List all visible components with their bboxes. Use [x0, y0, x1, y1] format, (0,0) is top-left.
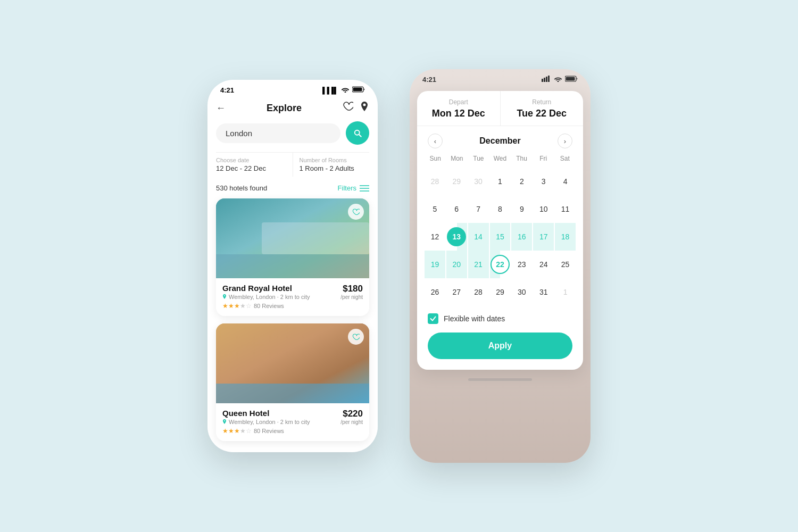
hotel-price-2: $220 /per night [340, 409, 363, 425]
calendar-day[interactable]: 15 [490, 223, 511, 251]
time-2: 4:21 [422, 76, 436, 84]
calendar-day[interactable]: 7 [468, 195, 489, 223]
battery-icon [352, 86, 365, 94]
day-number: 23 [512, 255, 531, 274]
calendar-day[interactable]: 31 [533, 278, 554, 306]
day-fri: Fri [533, 153, 554, 164]
day-number: 15 [491, 227, 510, 246]
back-button[interactable]: ← [216, 103, 226, 114]
next-month-button[interactable]: › [558, 134, 572, 148]
results-count: 530 hotels found [216, 184, 267, 192]
calendar-month: December [479, 136, 520, 146]
date-field[interactable]: Choose date 12 Dec - 22 Dec [216, 153, 293, 177]
price-per-1: /per night [340, 294, 363, 300]
calendar-day[interactable]: 5 [425, 195, 445, 223]
hotel-rating-2: ★★★★☆ 80 Reviews [222, 427, 310, 435]
calendar-day[interactable]: 2 [511, 168, 532, 195]
svg-rect-10 [566, 77, 575, 81]
battery-icon-2 [565, 76, 578, 84]
day-number: 31 [534, 282, 553, 302]
date-rooms-row: Choose date 12 Dec - 22 Dec Number of Ro… [216, 152, 369, 177]
calendar-day[interactable]: 28 [468, 278, 489, 306]
calendar-day[interactable]: 9 [511, 195, 532, 223]
date-value: 12 Dec - 22 Dec [216, 164, 286, 172]
search-button[interactable] [346, 121, 369, 145]
calendar-day[interactable]: 27 [446, 278, 467, 306]
calendar-week-4: 2627282930311 [425, 278, 576, 306]
apply-label: Apply [488, 341, 512, 350]
hotel-name-2: Queen Hotel [222, 409, 310, 418]
calendar-days: 2829301234567891011121314151617181920212… [425, 168, 576, 306]
hotel-location-text-1: Wembley, London · 2 km to city [229, 294, 310, 300]
nav-bar: ← Explore [207, 96, 378, 121]
filters-button[interactable]: Filters [338, 184, 369, 192]
day-number: 21 [469, 255, 488, 274]
calendar-day[interactable]: 21 [468, 251, 489, 278]
rooms-value: 1 Room - 2 Adults [300, 164, 370, 172]
calendar-day[interactable]: 12 [425, 223, 445, 251]
calendar-day[interactable]: 11 [555, 195, 576, 223]
hotel-info-1: Grand Royal Hotel Wembley, London · 2 km… [216, 278, 369, 316]
calendar-day[interactable]: 8 [490, 195, 511, 223]
calendar-day: 29 [446, 168, 467, 195]
day-number: 24 [534, 255, 553, 274]
day-number: 18 [556, 227, 575, 246]
hotel-location-2: Wembley, London · 2 km to city [222, 419, 310, 425]
day-number: 11 [556, 200, 575, 219]
svg-rect-7 [546, 77, 547, 82]
day-number: 26 [425, 282, 444, 302]
apply-button[interactable]: Apply [428, 332, 572, 359]
calendar-day[interactable]: 25 [555, 251, 576, 278]
calendar-day[interactable]: 20 [446, 251, 467, 278]
return-col[interactable]: Return Tue 22 Dec [501, 91, 584, 126]
calendar-day[interactable]: 24 [533, 251, 554, 278]
calendar-modal: Depart Mon 12 Dec Return Tue 22 Dec ‹ De… [417, 91, 583, 370]
fav-button-1[interactable] [348, 204, 364, 220]
calendar-day[interactable]: 23 [511, 251, 532, 278]
svg-rect-1 [353, 88, 362, 92]
calendar-day[interactable]: 10 [533, 195, 554, 223]
rooms-field[interactable]: Number of Rooms 1 Room - 2 Adults [293, 153, 370, 177]
heart-icon[interactable] [343, 102, 353, 115]
calendar-day[interactable]: 17 [533, 223, 554, 251]
rooms-label: Number of Rooms [300, 157, 370, 163]
calendar-day[interactable]: 16 [511, 223, 532, 251]
price-amount-2: $220 [340, 409, 363, 419]
calendar-day[interactable]: 29 [490, 278, 511, 306]
hotel-image-2 [216, 323, 369, 403]
search-input[interactable] [216, 123, 340, 143]
calendar-week-3: 19202122232425 [425, 251, 576, 278]
calendar-week-0: 2829301234 [425, 168, 576, 195]
hotel-card-2[interactable]: Queen Hotel Wembley, London · 2 km to ci… [216, 323, 369, 441]
calendar-day[interactable]: 18 [555, 223, 576, 251]
calendar-day[interactable]: 30 [511, 278, 532, 306]
day-number: 13 [447, 227, 466, 246]
calendar-week-2: 12131415161718 [425, 223, 576, 251]
status-icons-2 [542, 76, 578, 84]
wifi-icon [341, 86, 350, 94]
price-per-2: /per night [340, 419, 363, 425]
calendar-day[interactable]: 26 [425, 278, 445, 306]
calendar-day[interactable]: 1 [490, 168, 511, 195]
calendar-day[interactable]: 14 [468, 223, 489, 251]
calendar-day[interactable]: 22 [490, 251, 511, 278]
calendar-day[interactable]: 6 [446, 195, 467, 223]
phone-2: 4:21 [410, 69, 591, 463]
prev-month-button[interactable]: ‹ [428, 134, 443, 148]
flexible-checkbox[interactable] [428, 313, 438, 324]
day-number: 7 [469, 200, 488, 219]
calendar-day[interactable]: 13 [446, 223, 467, 251]
map-pin-icon[interactable] [360, 102, 369, 115]
day-number: 19 [425, 255, 444, 274]
calendar-day[interactable]: 4 [555, 168, 576, 195]
day-number: 3 [534, 172, 553, 191]
day-number: 8 [491, 200, 510, 219]
hotel-card-1[interactable]: Grand Royal Hotel Wembley, London · 2 km… [216, 198, 369, 316]
fav-button-2[interactable] [348, 329, 364, 345]
calendar-nav: ‹ December › [417, 126, 583, 153]
calendar-day[interactable]: 3 [533, 168, 554, 195]
depart-col[interactable]: Depart Mon 12 Dec [417, 91, 501, 126]
flexible-label: Flexible with dates [444, 314, 505, 323]
day-number: 5 [425, 200, 444, 219]
calendar-day[interactable]: 19 [425, 251, 445, 278]
